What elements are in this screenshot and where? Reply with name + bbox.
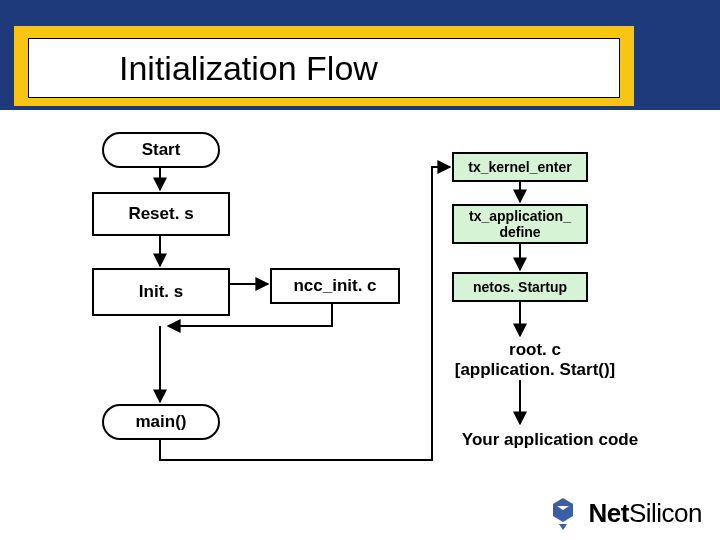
node-start-label: Start (142, 140, 181, 160)
node-init-label: Init. s (139, 282, 183, 302)
caption-root: root. c [application. Start()] (440, 340, 630, 380)
node-tx-app-define: tx_application_ define (452, 204, 588, 244)
node-ncc-init-label: ncc_init. c (293, 276, 376, 296)
logo-silicon: Silicon (629, 498, 702, 528)
title-box: Initialization Flow (28, 38, 620, 98)
node-reset-label: Reset. s (128, 204, 193, 224)
node-netos-startup: netos. Startup (452, 272, 588, 302)
node-ncc-init: ncc_init. c (270, 268, 400, 304)
logo-mark-icon (543, 496, 583, 530)
logo-text: NetSilicon (589, 498, 703, 529)
logo: NetSilicon (543, 496, 703, 530)
slide-title: Initialization Flow (29, 49, 378, 88)
node-start: Start (102, 132, 220, 168)
node-tx-app-define-label: tx_application_ define (469, 208, 571, 240)
svg-marker-10 (559, 524, 567, 530)
node-netos-startup-label: netos. Startup (473, 279, 567, 295)
node-main: main() (102, 404, 220, 440)
node-main-label: main() (136, 412, 187, 432)
caption-app-code: Your application code (440, 430, 660, 450)
node-init: Init. s (92, 268, 230, 316)
node-reset: Reset. s (92, 192, 230, 236)
logo-net: Net (589, 498, 629, 528)
slide: Initialization Flow Start Reset. s Init.… (0, 0, 720, 540)
node-tx-kernel-enter: tx_kernel_enter (452, 152, 588, 182)
node-tx-kernel-enter-label: tx_kernel_enter (468, 159, 572, 175)
